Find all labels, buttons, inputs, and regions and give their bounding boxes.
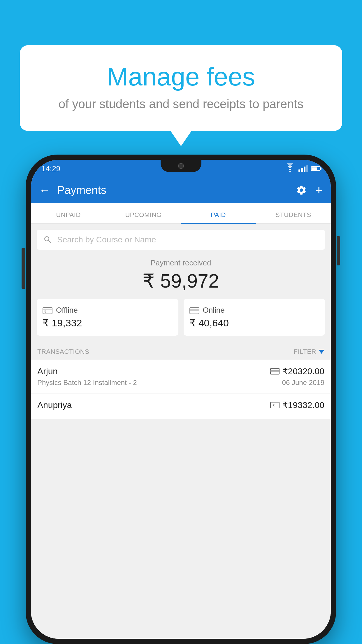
svg-rect-8	[270, 402, 279, 408]
online-payment-card: Online ₹ 40,640	[184, 299, 325, 336]
transaction-row-arjun[interactable]: Arjun ₹20320.00 Physics Batch 12 Install…	[31, 360, 331, 393]
status-time: 14:29	[41, 164, 60, 173]
transaction-course: Physics Batch 12 Installment - 2	[37, 379, 137, 387]
payment-summary: Payment received ₹ 59,972 ₹ Offl	[31, 250, 331, 342]
payment-received-label: Payment received	[37, 258, 325, 267]
online-card-header: Online	[189, 306, 319, 315]
offline-icon: ₹	[43, 306, 52, 314]
tab-upcoming[interactable]: UPCOMING	[106, 211, 181, 223]
battery-icon	[311, 166, 320, 171]
svg-rect-7	[270, 370, 279, 372]
payment-total-amount: ₹ 59,972	[37, 270, 325, 292]
svg-point-0	[289, 171, 291, 172]
transactions-header: TRANSACTIONS FILTER	[31, 342, 331, 360]
app-bar: ← Payments +	[31, 177, 331, 203]
content-area: Search by Course or Name Payment receive…	[31, 224, 331, 639]
back-button[interactable]: ←	[39, 185, 50, 196]
transaction-date: 06 June 2019	[282, 379, 324, 387]
offline-payment-icon: ₹	[270, 402, 280, 409]
offline-amount: ₹ 19,332	[43, 317, 173, 329]
transaction-amount: ₹20320.00	[282, 366, 324, 376]
bubble-title: Manage fees	[43, 63, 319, 91]
bubble-subtitle: of your students and send receipts to pa…	[43, 96, 319, 112]
phone-outer: 14:29	[26, 155, 336, 644]
transaction-bottom: Physics Batch 12 Installment - 2 06 June…	[37, 379, 324, 387]
search-icon	[43, 235, 52, 244]
tabs-bar: UNPAID UPCOMING PAID STUDENTS	[31, 203, 331, 224]
settings-icon[interactable]	[296, 185, 307, 196]
filter-button[interactable]: FILTER	[294, 348, 324, 356]
online-payment-icon	[270, 368, 280, 375]
transaction-name-2: Anupriya	[37, 400, 72, 410]
transaction-top-2: Anupriya ₹ ₹19332.00	[37, 400, 324, 410]
search-bar[interactable]: Search by Course or Name	[37, 230, 325, 250]
status-icons	[284, 163, 320, 174]
wifi-icon	[284, 163, 296, 174]
svg-text:₹: ₹	[273, 403, 275, 407]
tab-unpaid[interactable]: UNPAID	[31, 211, 106, 223]
app-bar-actions: +	[296, 184, 323, 197]
app-bar-title: Payments	[57, 184, 296, 197]
offline-card-header: ₹ Offline	[43, 306, 173, 315]
tab-paid[interactable]: PAID	[181, 211, 256, 223]
filter-icon	[319, 350, 324, 354]
online-label: Online	[203, 306, 225, 315]
add-button[interactable]: +	[315, 184, 323, 197]
phone-notch	[161, 160, 201, 172]
phone-device: 14:29	[26, 155, 336, 644]
camera-dot	[178, 163, 184, 169]
tab-students[interactable]: STUDENTS	[256, 211, 331, 223]
phone-screen: 14:29	[31, 160, 331, 639]
svg-rect-5	[190, 309, 199, 311]
signal-icon	[298, 165, 308, 172]
offline-payment-card: ₹ Offline ₹ 19,332	[37, 299, 178, 336]
transaction-amount-2: ₹19332.00	[282, 400, 324, 410]
payment-cards: ₹ Offline ₹ 19,332	[37, 299, 325, 336]
speech-bubble-container: Manage fees of your students and send re…	[20, 45, 342, 131]
transaction-name: Arjun	[37, 366, 58, 376]
online-amount: ₹ 40,640	[189, 317, 319, 329]
battery-fill	[312, 167, 317, 170]
offline-label: Offline	[56, 306, 78, 315]
speech-bubble: Manage fees of your students and send re…	[20, 45, 342, 131]
transaction-amount-area-2: ₹ ₹19332.00	[270, 400, 324, 410]
transaction-row-anupriya[interactable]: Anupriya ₹ ₹19332.00	[31, 393, 331, 419]
filter-label: FILTER	[294, 348, 316, 356]
online-icon	[189, 306, 199, 314]
transactions-label: TRANSACTIONS	[37, 348, 89, 356]
search-placeholder: Search by Course or Name	[57, 235, 156, 244]
transaction-amount-area: ₹20320.00	[270, 366, 324, 376]
svg-text:₹: ₹	[44, 310, 46, 313]
transaction-top: Arjun ₹20320.00	[37, 366, 324, 376]
